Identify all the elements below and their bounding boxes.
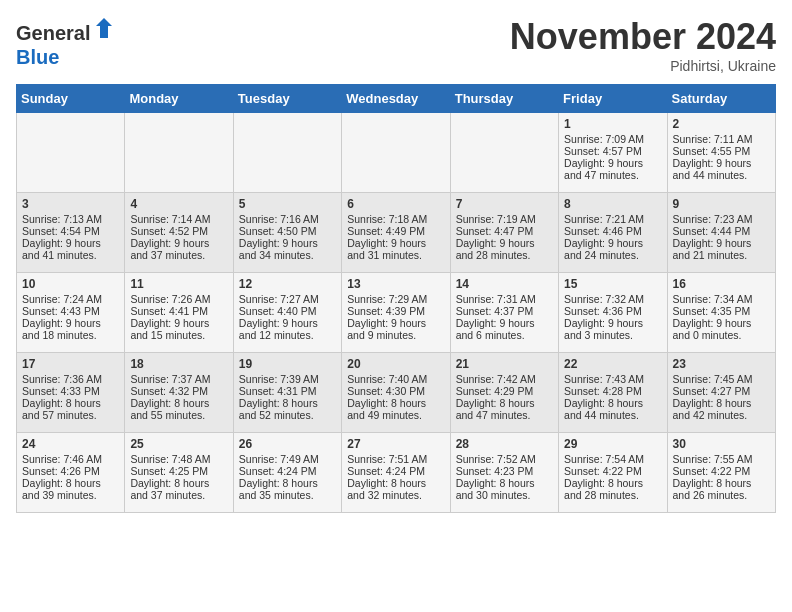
day-info: Daylight: 8 hours and 30 minutes.: [456, 477, 553, 501]
day-number: 6: [347, 197, 444, 211]
day-number: 4: [130, 197, 227, 211]
calendar-cell: 29Sunrise: 7:54 AMSunset: 4:22 PMDayligh…: [559, 433, 667, 513]
day-info: Sunset: 4:32 PM: [130, 385, 227, 397]
day-number: 23: [673, 357, 770, 371]
day-info: Daylight: 9 hours and 28 minutes.: [456, 237, 553, 261]
weekday-header: Tuesday: [233, 85, 341, 113]
day-number: 18: [130, 357, 227, 371]
calendar-week-row: 10Sunrise: 7:24 AMSunset: 4:43 PMDayligh…: [17, 273, 776, 353]
day-info: Daylight: 8 hours and 49 minutes.: [347, 397, 444, 421]
day-number: 7: [456, 197, 553, 211]
calendar-cell: 8Sunrise: 7:21 AMSunset: 4:46 PMDaylight…: [559, 193, 667, 273]
day-number: 8: [564, 197, 661, 211]
calendar-cell: 4Sunrise: 7:14 AMSunset: 4:52 PMDaylight…: [125, 193, 233, 273]
day-info: Daylight: 9 hours and 24 minutes.: [564, 237, 661, 261]
day-info: Sunset: 4:50 PM: [239, 225, 336, 237]
calendar-cell: 5Sunrise: 7:16 AMSunset: 4:50 PMDaylight…: [233, 193, 341, 273]
day-number: 5: [239, 197, 336, 211]
calendar-cell: 26Sunrise: 7:49 AMSunset: 4:24 PMDayligh…: [233, 433, 341, 513]
day-info: Sunset: 4:54 PM: [22, 225, 119, 237]
day-info: Sunrise: 7:43 AM: [564, 373, 661, 385]
day-info: Daylight: 9 hours and 3 minutes.: [564, 317, 661, 341]
day-number: 22: [564, 357, 661, 371]
day-info: Sunrise: 7:49 AM: [239, 453, 336, 465]
calendar-cell: [125, 113, 233, 193]
day-info: Sunset: 4:33 PM: [22, 385, 119, 397]
day-info: Sunrise: 7:39 AM: [239, 373, 336, 385]
day-number: 14: [456, 277, 553, 291]
day-info: Sunset: 4:22 PM: [673, 465, 770, 477]
day-info: Sunrise: 7:13 AM: [22, 213, 119, 225]
day-number: 28: [456, 437, 553, 451]
day-info: Daylight: 8 hours and 39 minutes.: [22, 477, 119, 501]
calendar-cell: 28Sunrise: 7:52 AMSunset: 4:23 PMDayligh…: [450, 433, 558, 513]
day-number: 12: [239, 277, 336, 291]
weekday-header: Friday: [559, 85, 667, 113]
location-subtitle: Pidhirtsi, Ukraine: [510, 58, 776, 74]
calendar-cell: 3Sunrise: 7:13 AMSunset: 4:54 PMDaylight…: [17, 193, 125, 273]
day-info: Sunrise: 7:24 AM: [22, 293, 119, 305]
calendar-cell: 10Sunrise: 7:24 AMSunset: 4:43 PMDayligh…: [17, 273, 125, 353]
day-info: Sunrise: 7:52 AM: [456, 453, 553, 465]
day-number: 27: [347, 437, 444, 451]
day-info: Sunrise: 7:46 AM: [22, 453, 119, 465]
day-info: Sunrise: 7:16 AM: [239, 213, 336, 225]
day-info: Sunset: 4:29 PM: [456, 385, 553, 397]
day-info: Sunrise: 7:51 AM: [347, 453, 444, 465]
day-info: Sunrise: 7:18 AM: [347, 213, 444, 225]
calendar-body: 1Sunrise: 7:09 AMSunset: 4:57 PMDaylight…: [17, 113, 776, 513]
day-info: Sunrise: 7:36 AM: [22, 373, 119, 385]
day-info: Daylight: 9 hours and 12 minutes.: [239, 317, 336, 341]
day-info: Sunrise: 7:31 AM: [456, 293, 553, 305]
day-info: Sunrise: 7:42 AM: [456, 373, 553, 385]
day-info: Daylight: 9 hours and 6 minutes.: [456, 317, 553, 341]
day-number: 26: [239, 437, 336, 451]
day-info: Sunrise: 7:09 AM: [564, 133, 661, 145]
day-info: Sunrise: 7:27 AM: [239, 293, 336, 305]
day-info: Daylight: 9 hours and 47 minutes.: [564, 157, 661, 181]
calendar-cell: 19Sunrise: 7:39 AMSunset: 4:31 PMDayligh…: [233, 353, 341, 433]
day-info: Sunrise: 7:11 AM: [673, 133, 770, 145]
calendar-cell: [450, 113, 558, 193]
day-info: Sunrise: 7:45 AM: [673, 373, 770, 385]
day-info: Sunrise: 7:26 AM: [130, 293, 227, 305]
day-number: 20: [347, 357, 444, 371]
day-number: 30: [673, 437, 770, 451]
day-info: Sunset: 4:39 PM: [347, 305, 444, 317]
day-info: Daylight: 9 hours and 9 minutes.: [347, 317, 444, 341]
day-info: Sunset: 4:28 PM: [564, 385, 661, 397]
day-info: Sunset: 4:23 PM: [456, 465, 553, 477]
logo-icon: [92, 16, 116, 40]
day-info: Sunset: 4:57 PM: [564, 145, 661, 157]
day-info: Sunset: 4:46 PM: [564, 225, 661, 237]
calendar-cell: 2Sunrise: 7:11 AMSunset: 4:55 PMDaylight…: [667, 113, 775, 193]
day-info: Sunset: 4:26 PM: [22, 465, 119, 477]
day-info: Sunset: 4:24 PM: [239, 465, 336, 477]
day-info: Sunset: 4:40 PM: [239, 305, 336, 317]
weekday-header: Wednesday: [342, 85, 450, 113]
logo: General Blue: [16, 16, 116, 69]
day-number: 15: [564, 277, 661, 291]
day-info: Sunset: 4:43 PM: [22, 305, 119, 317]
calendar-cell: 11Sunrise: 7:26 AMSunset: 4:41 PMDayligh…: [125, 273, 233, 353]
day-info: Daylight: 8 hours and 26 minutes.: [673, 477, 770, 501]
day-info: Sunrise: 7:55 AM: [673, 453, 770, 465]
day-number: 16: [673, 277, 770, 291]
weekday-header: Sunday: [17, 85, 125, 113]
calendar-cell: 23Sunrise: 7:45 AMSunset: 4:27 PMDayligh…: [667, 353, 775, 433]
day-info: Sunrise: 7:14 AM: [130, 213, 227, 225]
day-info: Sunrise: 7:19 AM: [456, 213, 553, 225]
day-info: Sunset: 4:41 PM: [130, 305, 227, 317]
day-number: 17: [22, 357, 119, 371]
day-info: Sunset: 4:37 PM: [456, 305, 553, 317]
calendar-cell: 17Sunrise: 7:36 AMSunset: 4:33 PMDayligh…: [17, 353, 125, 433]
day-info: Sunset: 4:31 PM: [239, 385, 336, 397]
day-info: Daylight: 8 hours and 52 minutes.: [239, 397, 336, 421]
calendar-cell: 27Sunrise: 7:51 AMSunset: 4:24 PMDayligh…: [342, 433, 450, 513]
day-info: Sunrise: 7:48 AM: [130, 453, 227, 465]
day-number: 11: [130, 277, 227, 291]
day-info: Daylight: 9 hours and 34 minutes.: [239, 237, 336, 261]
day-info: Sunrise: 7:29 AM: [347, 293, 444, 305]
day-number: 10: [22, 277, 119, 291]
day-info: Daylight: 9 hours and 31 minutes.: [347, 237, 444, 261]
